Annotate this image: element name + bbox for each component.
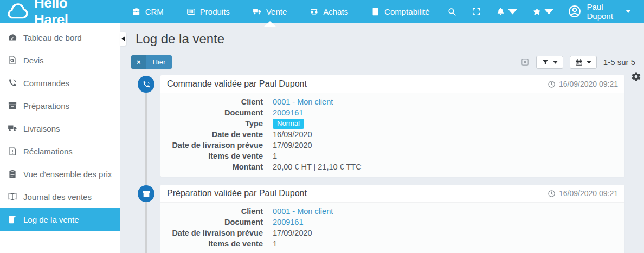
clock-icon [548,190,556,198]
nav-item-comptabilité[interactable]: Comptabilité [359,0,441,23]
field-label: Date de livraison prévue [167,141,273,150]
caret-down-icon [508,7,517,16]
truck-icon [7,124,17,133]
field-value: 2009161 [273,108,303,117]
field-label: Items de vente [167,239,273,248]
field-value: 0001 - Mon client [273,207,333,216]
truck-icon [253,7,262,16]
sidebar-item-commandes[interactable]: Commandes [0,72,120,94]
entry-title: Commande validée par Paul Dupont [167,79,307,89]
sidebar-item-label: Commandes [23,79,69,88]
field-label: Type [167,119,273,128]
sidebar-item-livraisons[interactable]: Livraisons [0,117,120,140]
sidebar-item-tableau-de-bord[interactable]: Tableau de bord [0,26,120,49]
sidebar-collapse-toggle[interactable] [120,32,126,46]
entry-title: Préparation validée par Paul Dupont [167,188,307,199]
field-link[interactable]: 2009161 [273,218,303,226]
caret-left-icon [121,36,125,41]
field-text: 1 [273,152,277,160]
date-range-button[interactable] [570,56,597,69]
sidebar-item-log-de-la-vente[interactable]: Log de la vente [0,208,120,231]
clipboard-icon [7,169,17,179]
toolbar: × Hier 1-5 sur 5 [131,55,624,69]
chip-close-icon[interactable]: × [131,55,146,69]
nav-item-label: CRM [145,7,164,16]
nav-item-label: Vente [266,7,287,16]
barcode-icon [186,7,196,16]
sidebar-item-label: Log de la vente [23,215,79,224]
field-link[interactable]: 0001 - Mon client [273,207,333,216]
sidebar-item-label: Vue d'ensemble des prix [23,170,112,179]
box-icon [7,101,17,111]
field-value: 1 [273,152,277,160]
caret-down-icon [544,7,553,16]
ledger-icon [371,7,380,16]
page-title: Log de la vente [136,30,624,48]
brand-logo[interactable]: Hello Harel [0,0,106,28]
field-text: 1 [273,239,277,248]
field-value: 0001 - Mon client [273,98,333,106]
sidebar-item-label: Réclamations [23,147,73,156]
sidebar-item-r-clamations[interactable]: Réclamations [0,140,120,163]
sidebar-item-label: Livraisons [23,124,60,133]
field-row: Montant 20,00 € HT | 21,10 € TTC [167,161,618,172]
field-label: Document [167,108,273,117]
field-row: Client 0001 - Mon client [167,96,618,107]
field-link[interactable]: 0001 - Mon client [273,98,333,106]
entry-timestamp: 16/09/2020 09:21 [548,79,618,89]
gear-icon[interactable] [631,72,641,82]
user-name: Paul Dupont [587,2,621,21]
field-label: Date de livraison prévue [167,229,273,237]
timeline-entry: Préparation validée par Paul Dupont 16/0… [130,185,624,253]
field-value: 17/09/2020 [273,141,312,150]
field-label: Client [167,98,273,106]
field-row: Client 0001 - Mon client [167,206,618,217]
filter-chip-hier[interactable]: × Hier [131,55,172,69]
sidebar-item-label: Journal des ventes [23,192,92,202]
nav-item-crm[interactable]: CRM [120,0,175,23]
nav-item-produits[interactable]: Produits [175,0,241,23]
entry-timestamp: 16/09/2020 09:21 [548,188,618,199]
entry-time-text: 16/09/2020 09:21 [559,188,618,199]
field-value: 2009161 [273,218,303,226]
tachometer-icon [7,33,17,42]
sidebar-item-devis[interactable]: Devis [0,49,120,72]
sidebar-item-label: Devis [23,56,44,65]
field-text: 16/09/2020 [273,130,312,139]
field-row: Items de vente 1 [167,238,618,249]
magnifier-icon [447,7,456,16]
favorites-button[interactable] [526,3,560,21]
field-value: 16/09/2020 [273,130,312,139]
main-content: Log de la vente × Hier 1-5 sur 5 [120,23,644,253]
box-badge-icon [138,185,154,202]
field-label: Date de vente [167,130,273,139]
sidebar-item-pr-parations[interactable]: Préparations [0,94,120,117]
sidebar-menu: Tableau de bord Devis Commandes Préparat… [0,26,120,231]
nav-item-achats[interactable]: Achats [298,0,359,23]
fullscreen-button[interactable] [465,3,487,21]
search-button[interactable] [441,3,463,21]
field-link[interactable]: 2009161 [273,108,303,117]
scales-icon [310,7,319,16]
user-circle-icon [568,4,582,18]
phone-icon [7,78,17,88]
main-menu: CRM Produits Vente Achats Comptabilité [120,0,441,23]
filter-button[interactable] [536,56,563,69]
sidebar-item-journal-des-ventes[interactable]: Journal des ventes [0,185,120,208]
field-label: Document [167,218,273,226]
field-text: 17/09/2020 [273,229,312,237]
x-box-icon[interactable] [520,57,530,67]
field-row: Type Normal [167,118,618,129]
type-badge: Normal [273,119,304,129]
phone-badge-icon [138,76,154,93]
bell-icon [496,7,505,16]
notifications-button[interactable] [490,3,524,21]
nav-item-label: Achats [323,7,348,16]
user-menu[interactable]: Paul Dupont [562,0,636,23]
clock-icon [548,80,556,88]
sidebar-item-vue-d-ensemble-des-prix[interactable]: Vue d'ensemble des prix [0,163,120,185]
field-value: Normal [273,119,304,129]
entry-body: Client 0001 - Mon client Document 200916… [160,93,624,177]
field-text: 20,00 € HT | 21,10 € TTC [273,163,362,171]
nav-item-vente[interactable]: Vente [241,0,298,23]
